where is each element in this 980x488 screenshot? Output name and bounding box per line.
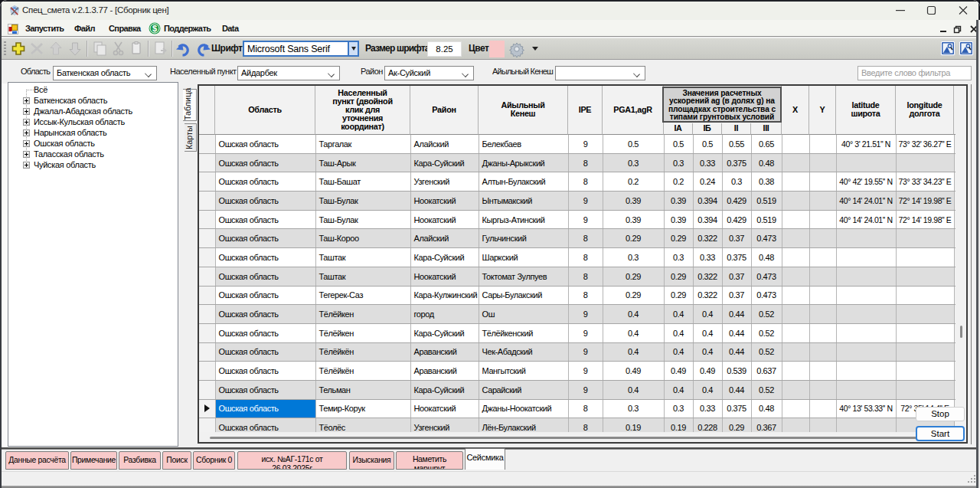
svg-text:$: $: [152, 24, 157, 33]
